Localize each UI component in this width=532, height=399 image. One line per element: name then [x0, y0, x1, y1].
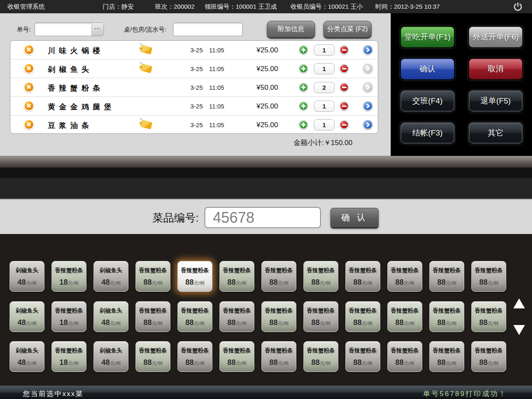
- dish-button[interactable]: 香辣蟹粉条88元/例: [135, 341, 170, 372]
- dish-button[interactable]: 香辣蟹粉条88元/例: [177, 341, 212, 372]
- price-tag-icon: [138, 118, 154, 133]
- dish-price: 88: [269, 318, 278, 327]
- action-button-2[interactable]: 外送开单(F6): [467, 25, 524, 49]
- category-order-button[interactable]: 分类点菜 (F2): [323, 21, 372, 37]
- dish-code-confirm-button[interactable]: 确 认: [330, 208, 379, 227]
- dish-button-selected[interactable]: 香辣蟹粉条88元/例: [177, 261, 212, 292]
- dish-button[interactable]: 香辣蟹粉条88元/例: [261, 301, 296, 332]
- dish-price: 88: [395, 318, 404, 327]
- qty-input[interactable]: 2: [314, 82, 335, 93]
- dish-code-input[interactable]: [204, 207, 321, 228]
- dish-button[interactable]: 香辣蟹粉条88元/例: [387, 341, 422, 372]
- dish-button[interactable]: 香辣蟹粉条88元/例: [177, 301, 212, 332]
- dish-button[interactable]: 香辣蟹粉条88元/例: [429, 341, 464, 372]
- divider-band-middle: [0, 167, 532, 178]
- dish-button[interactable]: 香辣蟹粉条88元/例: [261, 261, 296, 292]
- dish-name: 香辣蟹粉条: [472, 267, 506, 274]
- delete-x-icon[interactable]: [24, 44, 34, 55]
- extra-info-button[interactable]: 附加信息: [267, 21, 315, 37]
- delete-x-icon[interactable]: [24, 119, 34, 130]
- chevron-right-icon[interactable]: [363, 101, 373, 111]
- chevron-right-icon[interactable]: [363, 82, 373, 92]
- dish-button[interactable]: 香辣蟹粉条88元/例: [135, 301, 170, 332]
- dish-name: 香辣蟹粉条: [430, 307, 464, 315]
- dish-button[interactable]: 香辣蟹粉条88元/例: [345, 301, 380, 332]
- dish-button[interactable]: 香辣蟹粉条88元/例: [219, 261, 254, 292]
- dish-unit: 元/例: [404, 361, 414, 366]
- divider-band-bottom: [0, 178, 532, 200]
- dish-unit: 元/例: [488, 361, 498, 366]
- action-button-3[interactable]: 确认: [399, 57, 456, 81]
- dish-name: 香辣蟹粉条: [304, 267, 338, 274]
- plus-icon[interactable]: [299, 120, 308, 129]
- action-button-1[interactable]: 堂吃开单(F1): [399, 25, 456, 49]
- triangle-up-icon[interactable]: [513, 298, 525, 308]
- dish-button[interactable]: 剁椒鱼头48元/例: [10, 301, 44, 332]
- item-price: ¥25.00: [227, 102, 278, 111]
- qty-input[interactable]: 1: [314, 101, 335, 112]
- plus-icon[interactable]: [299, 101, 308, 111]
- action-button-5[interactable]: 交班(F4): [399, 89, 456, 113]
- qty-input[interactable]: 1: [314, 63, 335, 74]
- dish-button[interactable]: 香辣蟹粉条88元/例: [387, 301, 422, 332]
- action-button-7[interactable]: 结帐(F3): [399, 121, 456, 145]
- plus-icon[interactable]: [299, 64, 308, 73]
- dish-button[interactable]: 香辣蟹粉条88元/例: [387, 261, 422, 292]
- delete-x-icon[interactable]: [24, 63, 34, 74]
- minus-icon[interactable]: [340, 45, 349, 54]
- action-button-8[interactable]: 其它: [467, 121, 524, 145]
- dish-button[interactable]: 香辣蟹粉条88元/例: [219, 341, 254, 372]
- dish-price: 88: [437, 358, 446, 367]
- action-button-label: 外送开单(F6): [469, 27, 522, 47]
- dish-button[interactable]: 香辣蟹粉条18元/例: [52, 261, 86, 292]
- dish-button[interactable]: 香辣蟹粉条88元/例: [135, 261, 170, 292]
- dish-button[interactable]: 剁椒鱼头48元/例: [94, 301, 128, 332]
- delete-x-icon[interactable]: [24, 82, 34, 92]
- dish-button[interactable]: 香辣蟹粉条88元/例: [429, 301, 464, 332]
- minus-icon[interactable]: [340, 83, 349, 92]
- dish-button[interactable]: 剁椒鱼头48元/例: [94, 341, 128, 372]
- dish-button[interactable]: 剁椒鱼头48元/例: [94, 261, 128, 292]
- dish-price: 88: [185, 278, 194, 286]
- dish-button[interactable]: 香辣蟹粉条88元/例: [345, 341, 380, 372]
- action-button-6[interactable]: 退单(F5): [467, 89, 524, 113]
- item-price: ¥25.00: [227, 65, 278, 73]
- plus-icon[interactable]: [299, 45, 308, 54]
- dish-unit: 元/例: [236, 321, 246, 326]
- dish-button[interactable]: 剁椒鱼头48元/例: [10, 261, 44, 292]
- qty-input[interactable]: 1: [314, 44, 335, 56]
- dish-button[interactable]: 香辣蟹粉条88元/例: [303, 341, 338, 372]
- dish-button[interactable]: 香辣蟹粉条88元/例: [471, 341, 506, 372]
- dish-button[interactable]: 香辣蟹粉条88元/例: [219, 301, 254, 332]
- triangle-down-icon[interactable]: [513, 325, 525, 335]
- order-no-browse-button[interactable]: ···: [91, 23, 103, 36]
- minus-icon[interactable]: [340, 120, 349, 129]
- dish-button[interactable]: 香辣蟹粉条88元/例: [303, 261, 338, 292]
- chevron-right-icon[interactable]: [363, 64, 373, 74]
- power-icon[interactable]: [513, 2, 523, 12]
- table-no-input[interactable]: [173, 22, 243, 36]
- action-button-4[interactable]: 取消: [467, 57, 524, 81]
- minus-icon[interactable]: [340, 64, 349, 73]
- chevron-right-icon[interactable]: [363, 45, 373, 55]
- delete-x-icon[interactable]: [24, 101, 34, 111]
- dish-button[interactable]: 香辣蟹粉条88元/例: [261, 341, 296, 372]
- dish-button[interactable]: 香辣蟹粉条88元/例: [429, 261, 464, 292]
- dish-unit: 元/例: [446, 281, 456, 286]
- dish-unit: 元/例: [488, 321, 498, 326]
- price-tag-icon: [138, 43, 154, 59]
- dish-button[interactable]: 香辣蟹粉条18元/例: [52, 341, 86, 372]
- qty-input[interactable]: 1: [314, 119, 335, 131]
- item-time: 11:05: [209, 65, 224, 72]
- dish-button[interactable]: 香辣蟹粉条88元/例: [471, 261, 506, 292]
- dish-button[interactable]: 香辣蟹粉条88元/例: [303, 301, 338, 332]
- minus-icon[interactable]: [340, 101, 349, 111]
- dish-button[interactable]: 香辣蟹粉条88元/例: [471, 301, 506, 332]
- dish-name: 香辣蟹粉条: [304, 347, 338, 355]
- dish-button[interactable]: 剁椒鱼头48元/例: [10, 341, 44, 372]
- chevron-right-icon[interactable]: [363, 120, 373, 130]
- item-time: 11:05: [209, 47, 224, 54]
- dish-button[interactable]: 香辣蟹粉条88元/例: [345, 261, 380, 292]
- plus-icon[interactable]: [299, 83, 308, 92]
- dish-button[interactable]: 香辣蟹粉条18元/例: [52, 301, 86, 332]
